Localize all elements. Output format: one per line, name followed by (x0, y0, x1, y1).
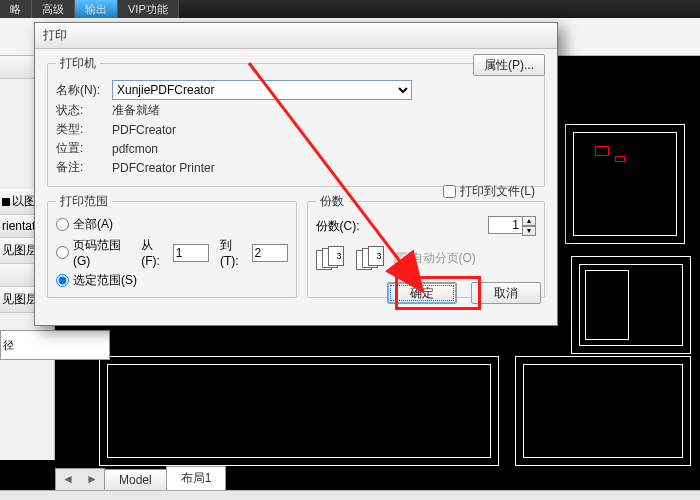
copies-legend: 份数 (316, 193, 348, 210)
type-value: PDFCreator (112, 123, 176, 137)
path-info: 径 (0, 330, 110, 360)
ok-button[interactable]: 确定 (387, 282, 457, 304)
layout-tabs: ◄► Model 布局1 (55, 468, 225, 490)
ribbon-tab[interactable]: VIP功能 (118, 0, 179, 18)
status-strip (0, 490, 700, 500)
range-selection-radio[interactable]: 选定范围(S) (56, 272, 288, 289)
printer-legend: 打印机 (56, 55, 100, 72)
comment-label: 备注: (56, 159, 112, 176)
ribbon-tab[interactable]: 略 (0, 0, 32, 18)
type-label: 类型: (56, 121, 112, 138)
from-input[interactable] (173, 244, 209, 262)
where-label: 位置: (56, 140, 112, 157)
ribbon: 略 高级 输出 VIP功能 (0, 0, 700, 18)
copies-spinner[interactable]: ▲▼ (488, 216, 536, 236)
tab-layout1[interactable]: 布局1 (166, 466, 227, 490)
printer-select[interactable]: XunjiePDFCreator (112, 80, 412, 100)
tab-nav[interactable]: ◄► (55, 468, 105, 490)
properties-button[interactable]: 属性(P)... (473, 54, 545, 76)
collate-checkbox: 自动分页(O) (394, 250, 476, 267)
dialog-title: 打印 (43, 27, 67, 44)
print-dialog: 打印 属性(P)... 打印机 名称(N): XunjiePDFCreator … (34, 22, 558, 326)
spin-up[interactable]: ▲ (522, 216, 536, 226)
range-all-radio[interactable]: 全部(A) (56, 216, 288, 233)
name-label: 名称(N): (56, 82, 112, 99)
print-to-file-input[interactable] (443, 185, 456, 198)
collate-icons: 123 123 (316, 246, 386, 272)
from-label: 从(F): (141, 237, 169, 268)
status-label: 状态: (56, 102, 112, 119)
copies-label: 份数(C): (316, 218, 376, 235)
dialog-titlebar[interactable]: 打印 (35, 23, 557, 49)
range-group: 打印范围 全部(A) 页码范围(G) 从(F): 到(T): 选定范围(S) (47, 193, 297, 298)
to-label: 到(T): (220, 237, 248, 268)
range-pages-radio[interactable]: 页码范围(G) (56, 237, 130, 268)
ribbon-tab[interactable]: 高级 (32, 0, 75, 18)
status-value: 准备就绪 (112, 102, 160, 119)
collate-input (394, 252, 407, 265)
ribbon-tab[interactable]: 输出 (75, 0, 118, 18)
tab-model[interactable]: Model (104, 469, 167, 490)
to-input[interactable] (252, 244, 288, 262)
cancel-button[interactable]: 取消 (471, 282, 541, 304)
print-to-file-checkbox[interactable]: 打印到文件(L) (443, 183, 535, 200)
range-legend: 打印范围 (56, 193, 112, 210)
copies-input[interactable] (488, 216, 522, 234)
spin-down[interactable]: ▼ (522, 226, 536, 236)
comment-value: PDFCreator Printer (112, 161, 215, 175)
where-value: pdfcmon (112, 142, 158, 156)
printer-group: 打印机 名称(N): XunjiePDFCreator 状态:准备就绪 类型:P… (47, 55, 545, 187)
